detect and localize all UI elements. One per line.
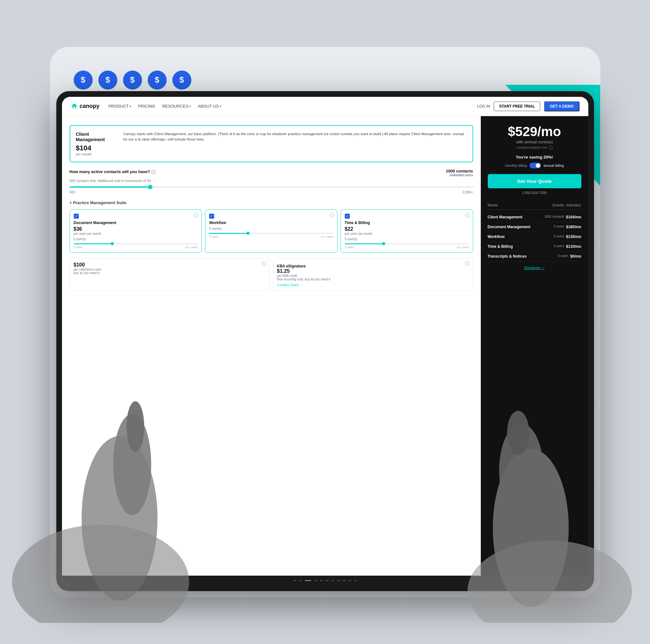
addons-row: i $100 per collections case buy as you n… xyxy=(70,258,473,291)
suite-section: + Practice Management Suite ✓ i Document… xyxy=(70,200,473,291)
doc-mgmt-price: $36 xyxy=(74,226,198,232)
navbar: canopy PRODUCT ▾ PRICING RESOURCES ▾ ABO… xyxy=(62,97,588,116)
addon-card-collections: i $100 per collections case buy as you n… xyxy=(70,258,270,291)
slider-thumb xyxy=(111,242,114,245)
chevron-down-icon: ▾ xyxy=(130,105,131,108)
suite-card-time-billing: ✓ i Time & Billing $22 per user/ per mon… xyxy=(341,209,473,253)
client-mgmt-card: Client Management $104 per month Canopy … xyxy=(70,125,473,162)
info-icon-collections: i xyxy=(262,261,266,266)
page-dot-3 xyxy=(305,580,311,581)
page-dot-8 xyxy=(337,580,340,581)
contacts-header: How many active contacts will you have? … xyxy=(70,169,473,177)
nav-item-pricing[interactable]: PRICING xyxy=(138,104,155,108)
slider-fill xyxy=(209,233,246,234)
addon-card-kba: i KBA eSignature $1.25 per KBA credit No… xyxy=(273,258,473,291)
main-content: Client Management $104 per month Canopy … xyxy=(62,116,588,576)
client-mgmt-price: $104 xyxy=(76,144,117,152)
toggle-knob xyxy=(536,163,540,168)
quote-contract: with annual contract xyxy=(488,140,581,144)
page-dot-5 xyxy=(320,580,323,581)
trial-button[interactable]: START FREE TRIAL xyxy=(494,102,540,111)
contacts-count: 1000 contacts unlimited users xyxy=(446,169,473,177)
slider-range-labels: 5 users11+ users xyxy=(209,235,333,238)
client-mgmt-title: Client Management xyxy=(76,131,117,142)
suite-cards: ✓ i Document Management $36 per user/ pe… xyxy=(70,209,473,253)
monthly-billing-label: monthly billing xyxy=(505,164,527,167)
nav-item-product[interactable]: PRODUCT ▾ xyxy=(108,104,131,108)
client-mgmt-price-sub: per month xyxy=(76,152,117,156)
workflow-users: 5 user(s) xyxy=(209,227,333,230)
dollar-badge-2: $ xyxy=(98,71,117,90)
slider-fill xyxy=(345,243,382,244)
collections-buyas: buy as you need it xyxy=(74,271,266,275)
info-icon-kba: i xyxy=(465,261,470,266)
card-left: Client Management $104 per month xyxy=(76,131,117,156)
billing-toggle: monthly billing annual billing xyxy=(488,163,581,168)
check-icon-workflow: ✓ xyxy=(209,214,214,219)
time-billing-slider[interactable] xyxy=(345,243,469,244)
slider-track xyxy=(70,187,473,188)
page-dot-2 xyxy=(299,580,302,581)
demo-button[interactable]: GET A DEMO xyxy=(544,101,579,111)
nav-items: PRODUCT ▾ PRICING RESOURCES ▾ ABOUT US ▾ xyxy=(108,104,221,108)
quote-row-client-mgmt: Client Management 1000 contacts $104/mo xyxy=(488,212,581,222)
nav-right: LOG IN START FREE TRIAL GET A DEMO xyxy=(477,101,579,111)
page-dot-1 xyxy=(293,580,296,581)
quote-phone: 1-855-616-7305 xyxy=(488,191,581,195)
check-icon: ✓ xyxy=(74,214,79,219)
page-dot-4 xyxy=(315,580,317,581)
kba-contact-sales-link[interactable]: Contact Sales → xyxy=(277,283,469,287)
slider-range-labels: 5 users11+ users xyxy=(74,245,198,249)
slider-thumb xyxy=(246,232,250,235)
dollar-badge-1: $ xyxy=(74,71,93,90)
quote-row-transcripts: Transcripts & Notices 0 users $0/mo xyxy=(488,251,581,261)
quote-price: $529/mo xyxy=(488,125,581,138)
workflow-title: Workflow xyxy=(209,221,333,225)
dollar-badge-3: $ xyxy=(123,71,142,90)
kba-price: $1.25 xyxy=(277,268,469,274)
check-icon-time: ✓ xyxy=(345,214,350,219)
collections-sub: per collections case xyxy=(74,268,266,271)
chevron-down-icon-2: ▾ xyxy=(189,105,191,108)
contacts-slider[interactable] xyxy=(70,187,473,188)
get-quote-button[interactable]: Get Your Quote xyxy=(488,174,581,188)
scene: $ $ $ $ $ canopy PRODUCT ▾ xyxy=(25,22,626,623)
doc-mgmt-price-sub: per user/ per month xyxy=(74,232,198,235)
info-icon-doc: i xyxy=(194,213,198,217)
dollar-badge-4: $ xyxy=(148,71,167,90)
doc-mgmt-users: 5 user(s) xyxy=(74,237,198,241)
page-dot-9 xyxy=(343,580,346,581)
page-dot-7 xyxy=(331,580,334,581)
canopy-logo-icon xyxy=(71,103,78,110)
nav-item-resources[interactable]: RESOURCES ▾ xyxy=(162,104,191,108)
time-billing-users: 5 user(s) xyxy=(345,237,469,241)
logo-text: canopy xyxy=(80,103,100,109)
slider-thumb xyxy=(382,242,385,245)
nav-item-about[interactable]: ABOUT US ▾ xyxy=(198,104,221,108)
slider-thumb xyxy=(148,185,152,189)
chevron-down-icon-3: ▾ xyxy=(220,105,221,108)
doc-mgmt-slider[interactable] xyxy=(74,243,198,244)
contacts-helper: 500 contacts free. Additional sold in in… xyxy=(70,179,473,182)
slider-fill xyxy=(70,187,150,188)
time-billing-price: $22 xyxy=(345,226,469,232)
billing-toggle-switch[interactable] xyxy=(530,163,541,168)
kba-title: KBA eSignature xyxy=(277,264,469,268)
dollar-signs: $ $ $ $ $ xyxy=(74,71,191,90)
quote-table-header: Module Quantity Subtotal(s) xyxy=(488,201,581,210)
workflow-slider[interactable] xyxy=(209,233,333,234)
contacts-section: How many active contacts will you have? … xyxy=(70,169,473,194)
quote-row-time-billing: Time & Billing 5 users $110/mo xyxy=(488,242,581,251)
ipad-screen: canopy PRODUCT ▾ PRICING RESOURCES ▾ ABO… xyxy=(62,97,588,585)
ipad: canopy PRODUCT ▾ PRICING RESOURCES ▾ ABO… xyxy=(56,91,594,591)
login-button[interactable]: LOG IN xyxy=(477,104,490,108)
dollar-badge-5: $ xyxy=(172,71,191,90)
page-dot-6 xyxy=(326,580,328,581)
logo: canopy xyxy=(71,103,100,110)
page-dot-11 xyxy=(354,580,357,581)
slider-fill xyxy=(74,243,111,244)
doc-mgmt-title: Document Management xyxy=(74,221,198,225)
disclaimer-link[interactable]: Disclaimer → xyxy=(488,266,581,270)
time-billing-price-sub: per user/ per month xyxy=(345,232,469,235)
quote-impl: +implementation fee i xyxy=(488,145,581,150)
